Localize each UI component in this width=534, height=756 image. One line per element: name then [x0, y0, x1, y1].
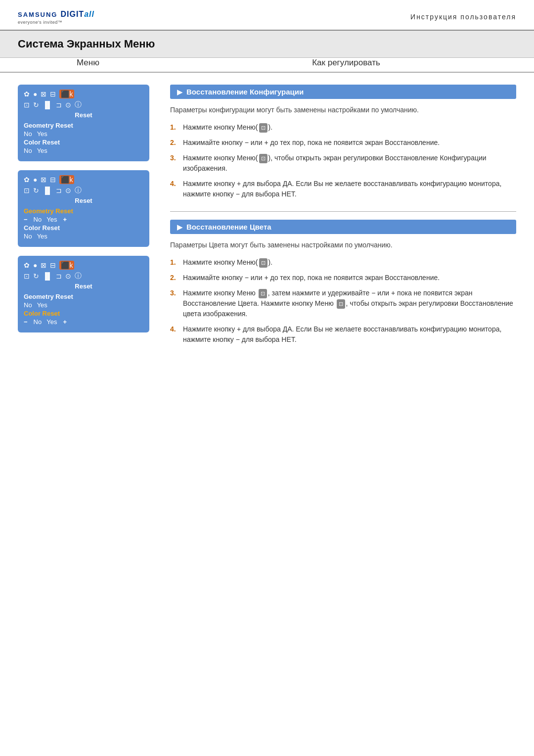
menu-icons-row-2b: ⊡ ↻ ▐▌ ⊐ ⊙ ⓘ	[24, 186, 143, 195]
menu-btn-icon-c1: ⊡	[259, 258, 267, 268]
color-step-num-3: 3.	[170, 288, 181, 319]
logo-digit: DIGIT	[60, 10, 84, 18]
config-step-text-2: Нажимайте кнопку − или + до тех пор, пок…	[183, 138, 516, 148]
col-header-howto: Как регулировать	[158, 58, 534, 68]
info-icon-2: ⊡	[24, 187, 30, 194]
menu-btn-icon-c3a: ⊡	[259, 289, 267, 298]
geometry-reset-label-3: Geometry Reset	[24, 293, 73, 300]
reset-icon: ⬛k	[59, 90, 74, 98]
color-reset-row-2: Color Reset	[24, 224, 143, 232]
menu-reset-label-2: Reset	[24, 197, 143, 204]
contrast-icon-2: ●	[33, 176, 37, 184]
geometry-options-row-1: No Yes	[24, 130, 143, 138]
color-options-3: − No Yes +	[24, 318, 67, 326]
color-reset-title: Восстановление Цвета	[186, 223, 271, 231]
page-title-bar: Система Экранных Меню	[0, 31, 534, 58]
color-step-4: 4. Нажмите кнопку + для выбора ДА. Если …	[170, 324, 516, 345]
menu-icons-row-1b: ⊡ ↻ ▐▌ ⊐ ⊙ ⓘ	[24, 100, 143, 109]
position-icon-2: ⊟	[50, 176, 56, 184]
reset-icon-3: ⬛k	[59, 261, 74, 270]
layout-icon-3: ⊐	[56, 272, 62, 280]
page-header: SAMSUNG DIGITall everyone's invited™ Инс…	[0, 0, 534, 31]
config-step-num-2: 2.	[170, 138, 181, 148]
image-icon-3: ⊠	[41, 261, 46, 269]
config-reset-desc: Параметры конфигурации могут быть замене…	[170, 105, 516, 115]
image-icon-2: ⊠	[41, 176, 46, 184]
geometry-options-1: No Yes	[24, 130, 47, 138]
config-step-num-3: 3.	[170, 153, 181, 174]
logo-text: SAMSUNG DIGITall	[18, 9, 94, 19]
info-icon-3: ⊡	[24, 272, 30, 280]
geometry-no-1: No	[24, 130, 32, 138]
brightness-icon: ✿	[24, 90, 30, 98]
power-icon-3: ⓘ	[75, 272, 82, 281]
color-reset-steps: 1. Нажмите кнопку Меню(⊡). 2. Нажимайте …	[170, 257, 516, 345]
geometry-reset-row-2: Geometry Reset	[24, 207, 143, 215]
color-step-num-4: 4.	[170, 324, 181, 345]
menu-btn-icon-1: ⊡	[259, 123, 267, 133]
col-header-menu: Меню	[0, 58, 158, 68]
geometry-no-3: No	[24, 301, 32, 309]
color-yes-2: Yes	[37, 233, 47, 240]
menu-icons-row-3b: ⊡ ↻ ▐▌ ⊐ ⊙ ⓘ	[24, 272, 143, 281]
color-reset-label-2: Color Reset	[24, 224, 68, 232]
config-step-num-4: 4.	[170, 179, 181, 199]
geometry-yes-1: Yes	[37, 130, 47, 138]
config-step-4: 4. Нажмите кнопку + для выбора ДА. Если …	[170, 179, 516, 199]
image-icon: ⊠	[41, 90, 46, 98]
geometry-yes-2: Yes	[46, 216, 57, 223]
instructions-col: ▶ Восстановление Конфигурации Параметры …	[158, 73, 534, 369]
config-step-num-1: 1.	[170, 122, 181, 133]
menu-icons-row-1: ✿ ● ⊠ ⊟ ⬛k	[24, 90, 143, 98]
color-options-1: No Yes	[24, 147, 47, 154]
color-reset-row-1: Color Reset	[24, 139, 143, 146]
contrast-icon-3: ●	[33, 261, 37, 269]
menu-reset-label-3: Reset	[24, 283, 143, 290]
sound-icon-2: ▐▌	[43, 187, 52, 194]
geometry-reset-label-1: Geometry Reset	[24, 122, 73, 129]
color-options-row-1: No Yes	[24, 147, 143, 154]
color-step-1: 1. Нажмите кнопку Меню(⊡).	[170, 257, 516, 268]
geometry-no-2: No	[34, 216, 42, 223]
circle-icon-3: ⊙	[65, 272, 71, 280]
color-yes-3: Yes	[46, 318, 57, 326]
color-step-text-1: Нажмите кнопку Меню(⊡).	[183, 257, 516, 268]
color-reset-icon: ▶	[177, 223, 182, 231]
logo-samsung: SAMSUNG	[18, 11, 57, 18]
color-options-2: No Yes	[24, 233, 47, 240]
menu-panel-1: ✿ ● ⊠ ⊟ ⬛k ⊡ ↻ ▐▌ ⊐ ⊙ ⓘ Reset Geometry R…	[18, 85, 149, 161]
color-reset-label-1: Color Reset	[24, 139, 68, 146]
layout-icon-2: ⊐	[56, 187, 62, 194]
menu-icons-row-2: ✿ ● ⊠ ⊟ ⬛k	[24, 175, 143, 184]
config-step-text-4: Нажмите кнопку + для выбора ДА. Если Вы …	[183, 179, 516, 199]
color-minus-3: −	[24, 318, 28, 326]
reset-icon-2: ⬛k	[59, 175, 74, 184]
power-icon-2: ⓘ	[75, 186, 82, 195]
logo-subtitle: everyone's invited™	[18, 20, 62, 25]
color-options-row-3: − No Yes +	[24, 318, 143, 326]
geometry-reset-row-3: Geometry Reset	[24, 293, 143, 300]
color-reset-header: ▶ Восстановление Цвета	[170, 220, 516, 234]
color-no-1: No	[24, 147, 32, 154]
color-yes-1: Yes	[37, 147, 47, 154]
color-step-text-3: Нажмите кнопку Меню ⊡, затем нажмите и у…	[183, 288, 516, 319]
menu-btn-icon-3: ⊡	[259, 154, 267, 163]
color-step-text-4: Нажмите кнопку + для выбора ДА. Если Вы …	[183, 324, 516, 345]
config-reset-icon: ▶	[177, 88, 182, 96]
geometry-options-2: − No Yes +	[24, 216, 67, 223]
geometry-options-row-3: No Yes	[24, 301, 143, 309]
header-title: Инструкция пользователя	[410, 13, 516, 21]
config-step-text-1: Нажмите кнопку Меню(⊡).	[183, 122, 516, 133]
geometry-minus-2: −	[24, 216, 28, 223]
geometry-reset-row-1: Geometry Reset	[24, 122, 143, 129]
menu-icons-row-3: ✿ ● ⊠ ⊟ ⬛k	[24, 261, 143, 270]
circle-icon-2: ⊙	[65, 187, 71, 194]
rotation-icon-3: ↻	[33, 272, 39, 280]
content-area: ✿ ● ⊠ ⊟ ⬛k ⊡ ↻ ▐▌ ⊐ ⊙ ⓘ Reset Geometry R…	[0, 73, 534, 369]
brightness-icon-2: ✿	[24, 176, 30, 184]
page-title: Система Экранных Меню	[18, 38, 516, 50]
geometry-plus-2: +	[63, 216, 67, 223]
color-step-text-2: Нажимайте кнопку − или + до тех пор, пок…	[183, 273, 516, 283]
logo: SAMSUNG DIGITall everyone's invited™	[18, 9, 94, 25]
geometry-yes-3: Yes	[37, 301, 47, 309]
